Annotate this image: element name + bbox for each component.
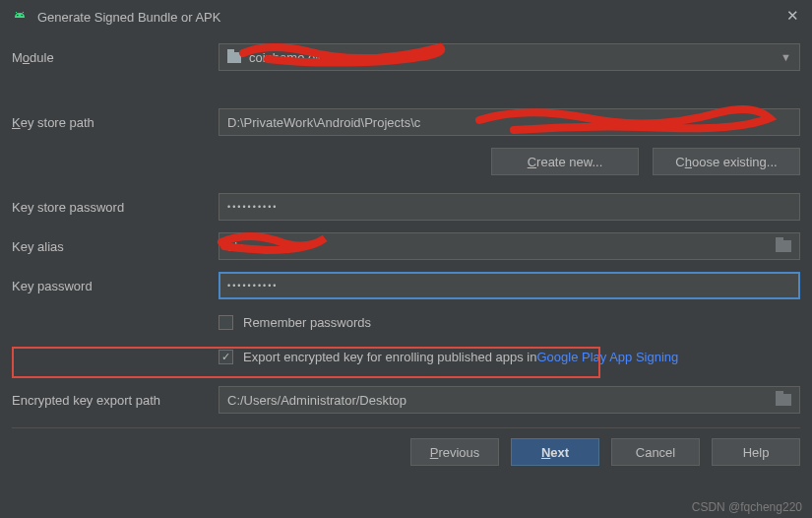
row-export-path: Encrypted key export path C:/Users/Admin…	[12, 386, 800, 414]
module-dropdown[interactable]: coinhome oid.app ▼	[219, 43, 800, 71]
keystore-path-value: D:\PrivateWork\Android\Projects\c	[227, 115, 420, 130]
label-key-alias: Key alias	[12, 239, 219, 254]
export-path-field[interactable]: C:/Users/Administrator/Desktop	[219, 386, 800, 414]
remember-passwords-row: Remember passwords	[219, 311, 800, 334]
label-export-path: Encrypted key export path	[12, 393, 219, 408]
key-password-value: ••••••••••	[227, 281, 279, 291]
export-key-row: Export encrypted key for enrolling publi…	[219, 346, 800, 368]
browse-export-icon[interactable]	[776, 394, 791, 406]
row-module: Module coinhome oid.app ▼	[12, 43, 800, 71]
key-alias-field[interactable]: olc	[219, 232, 800, 260]
android-icon	[12, 9, 28, 25]
svg-point-0	[17, 15, 19, 17]
export-path-value: C:/Users/Administrator/Desktop	[227, 393, 406, 408]
folder-icon	[227, 52, 241, 63]
row-keystore-path: Key store path D:\PrivateWork\Android\Pr…	[12, 108, 800, 136]
export-key-checkbox[interactable]	[219, 350, 233, 364]
module-value: coinhome oid.app	[249, 50, 350, 65]
choose-existing-button[interactable]: Choose existing...	[653, 148, 800, 175]
label-module: Module	[12, 50, 219, 65]
label-keystore-password: Key store password	[12, 200, 219, 215]
previous-button[interactable]: Previous	[410, 438, 499, 466]
create-new-button[interactable]: Create new...	[491, 148, 639, 175]
svg-point-1	[21, 15, 23, 17]
cancel-button[interactable]: Cancel	[611, 438, 700, 466]
label-key-password: Key password	[12, 279, 219, 293]
google-play-signing-link[interactable]: Google Play App Signing	[536, 350, 678, 364]
label-keystore-path: Key store path	[12, 115, 219, 130]
close-icon[interactable]: ✕	[784, 9, 800, 25]
browse-alias-icon[interactable]	[776, 240, 791, 252]
key-password-field[interactable]: ••••••••••	[219, 272, 800, 299]
help-button[interactable]: Help	[712, 438, 800, 466]
export-key-label: Export encrypted key for enrolling publi…	[243, 350, 536, 364]
svg-line-3	[23, 12, 25, 14]
remember-passwords-checkbox[interactable]	[219, 315, 233, 330]
footer: Previous Next Cancel Help	[0, 428, 812, 476]
keystore-password-value: ••••••••••	[227, 202, 279, 212]
row-key-password: Key password ••••••••••	[12, 272, 800, 299]
remember-passwords-label: Remember passwords	[243, 315, 371, 330]
next-button[interactable]: Next	[511, 438, 599, 466]
titlebar: Generate Signed Bundle or APK ✕	[0, 0, 812, 33]
form-area: Module coinhome oid.app ▼ Key store path…	[0, 33, 812, 414]
row-keystore-password: Key store password ••••••••••	[12, 193, 800, 221]
key-alias-value: olc	[227, 239, 244, 254]
keystore-path-field[interactable]: D:\PrivateWork\Android\Projects\c	[219, 108, 800, 136]
checks-block: Remember passwords Export encrypted key …	[12, 311, 800, 368]
keystore-actions: Create new... Choose existing...	[12, 148, 800, 175]
keystore-password-field[interactable]: ••••••••••	[219, 193, 800, 221]
watermark: CSDN @fqcheng220	[692, 500, 802, 514]
row-key-alias: Key alias olc	[12, 232, 800, 260]
svg-line-2	[16, 12, 18, 14]
window-title: Generate Signed Bundle or APK	[37, 10, 220, 25]
chevron-down-icon: ▼	[781, 51, 791, 63]
